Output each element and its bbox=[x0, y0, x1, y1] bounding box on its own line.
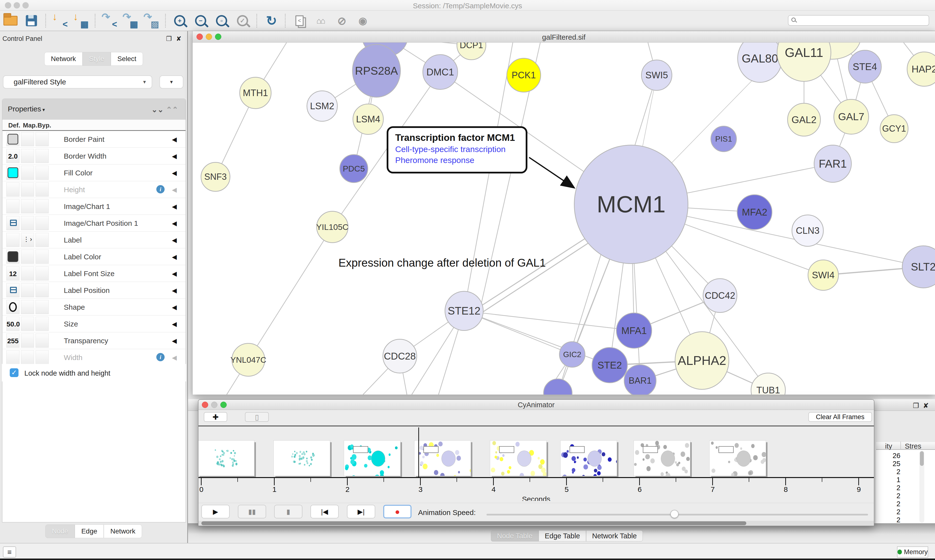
table-column-headers[interactable]: ity Stres bbox=[876, 442, 935, 450]
tab-node-table[interactable]: Node Table bbox=[491, 530, 538, 542]
panel-tab-node[interactable]: Node bbox=[45, 525, 75, 538]
table-cell[interactable]: 2 bbox=[883, 468, 900, 476]
frame-2[interactable] bbox=[273, 440, 330, 476]
network-titlebar[interactable]: galFiltered.sif bbox=[193, 31, 935, 43]
node-pck1[interactable]: PCK1 bbox=[506, 58, 541, 92]
timeline-playhead[interactable] bbox=[418, 428, 419, 477]
export-image-icon[interactable]: ↷▨ bbox=[142, 12, 160, 29]
node-far1[interactable]: FAR1 bbox=[814, 145, 852, 183]
expand-property-icon[interactable]: ◀ bbox=[172, 270, 177, 278]
save-session-icon[interactable] bbox=[22, 12, 40, 29]
next-frame-button[interactable]: ▶| bbox=[347, 505, 375, 518]
collapse-all-icon[interactable]: ⌃⌃ bbox=[166, 105, 178, 114]
property-row[interactable]: Widthi◀ bbox=[2, 349, 185, 366]
node-pis1[interactable]: PIS1 bbox=[711, 126, 737, 152]
annotation-link[interactable]: Cell-type-specific transcription bbox=[395, 145, 526, 154]
default-value[interactable]: 50.0 bbox=[6, 320, 19, 328]
zoom-fit-icon[interactable]: ▫ bbox=[213, 12, 231, 29]
node-swi4[interactable]: SWI4 bbox=[808, 260, 839, 291]
stop-button[interactable]: ▮ bbox=[274, 505, 302, 518]
expand-property-icon[interactable]: ◀ bbox=[172, 203, 177, 211]
zoom-out-icon[interactable]: − bbox=[191, 12, 210, 29]
record-button[interactable]: ● bbox=[383, 505, 412, 518]
float-panel-icon[interactable]: ❐ bbox=[166, 35, 172, 43]
search-homes-icon[interactable]: ⌂⌂ bbox=[312, 12, 329, 29]
discrete-mapping-icon[interactable]: ⋮› bbox=[23, 235, 32, 243]
property-row[interactable]: Shape◀ bbox=[2, 299, 185, 315]
clear-all-frames-button[interactable]: Clear All Frames bbox=[808, 412, 872, 422]
refresh-view-icon[interactable]: ↻ bbox=[262, 12, 280, 29]
position-icon[interactable] bbox=[10, 287, 17, 293]
play-button[interactable]: ▶ bbox=[201, 505, 230, 518]
node-pdc5[interactable]: PDC5 bbox=[339, 154, 368, 183]
node-gal7[interactable]: GAL7 bbox=[833, 99, 869, 134]
table-cell[interactable]: 2 bbox=[883, 516, 900, 524]
expand-property-icon[interactable]: ◀ bbox=[172, 237, 177, 244]
expand-property-icon[interactable]: ◀ bbox=[172, 152, 177, 160]
frame-7[interactable] bbox=[634, 440, 690, 476]
zoom-in-icon[interactable]: + bbox=[171, 12, 189, 29]
default-value-swatch[interactable] bbox=[8, 251, 18, 262]
lock-node-size-checkbox[interactable]: ✓ bbox=[10, 368, 19, 377]
tab-network[interactable]: Network bbox=[44, 52, 83, 66]
open-session-icon[interactable] bbox=[2, 12, 20, 29]
frame-4[interactable] bbox=[414, 440, 471, 476]
node-rps28a[interactable]: RPS28A bbox=[352, 44, 401, 98]
node-ynl047c[interactable]: YNL047C bbox=[231, 343, 265, 377]
ellipse-shape-icon[interactable] bbox=[9, 302, 17, 312]
previous-frame-button[interactable]: |◀ bbox=[310, 505, 339, 518]
property-row[interactable]: 255Transparency◀ bbox=[2, 332, 185, 349]
node-mfa2[interactable]: MFA2 bbox=[737, 194, 772, 230]
network-canvas[interactable]: DCP1RPS28ADMC1PCK1SWI5GAL80GAL11STE4HAP2… bbox=[193, 43, 935, 395]
table-values[interactable]: 26252122222 bbox=[876, 450, 935, 524]
table-cell[interactable]: 2 bbox=[883, 484, 900, 492]
export-table-icon[interactable]: ↷▦ bbox=[121, 12, 139, 29]
pause-button[interactable]: ▮▮ bbox=[238, 505, 266, 518]
node-gal2[interactable]: GAL2 bbox=[787, 103, 821, 137]
panel-tab-network[interactable]: Network bbox=[104, 525, 142, 538]
export-network-icon[interactable]: ↷< bbox=[100, 12, 118, 29]
node-mfa1[interactable]: MFA1 bbox=[616, 312, 652, 349]
expand-property-icon[interactable]: ◀ bbox=[172, 337, 177, 345]
node-gic2[interactable]: GIC2 bbox=[559, 341, 585, 368]
zoom-selected-icon[interactable]: ✓ bbox=[233, 12, 251, 29]
delete-frame-button[interactable]: ▯ bbox=[245, 412, 269, 422]
expand-property-icon[interactable]: ◀ bbox=[172, 304, 177, 311]
frame-1[interactable] bbox=[199, 440, 255, 476]
default-value-swatch[interactable] bbox=[8, 134, 18, 145]
node-cdc42[interactable]: CDC42 bbox=[703, 278, 737, 313]
animation-speed-thumb[interactable] bbox=[670, 510, 679, 518]
properties-header[interactable]: Properties ⌄⌄ ⌃⌃ bbox=[2, 99, 185, 120]
property-row[interactable]: Fill Color◀ bbox=[2, 165, 185, 181]
node-mth1[interactable]: MTH1 bbox=[239, 77, 272, 109]
cyanimator-timeline[interactable]: 0123456789 Seconds bbox=[199, 426, 874, 501]
node-snf3[interactable]: SNF3 bbox=[201, 162, 230, 192]
table-scrollbar[interactable] bbox=[920, 451, 924, 523]
property-row[interactable]: 2.0Border Width◀ bbox=[2, 148, 185, 165]
import-table-icon[interactable]: ↓▦ bbox=[72, 12, 90, 29]
style-options-button[interactable]: ▾ bbox=[159, 75, 184, 89]
table-cell[interactable]: 2 bbox=[883, 492, 900, 500]
close-table-icon[interactable]: ✘ bbox=[923, 402, 929, 410]
node-swi5[interactable]: SWI5 bbox=[641, 60, 672, 91]
panel-tab-edge[interactable]: Edge bbox=[75, 525, 104, 538]
tab-network-table[interactable]: Network Table bbox=[586, 530, 643, 542]
import-network-icon[interactable]: ↓< bbox=[51, 12, 69, 29]
position-icon[interactable] bbox=[10, 220, 17, 226]
task-history-button[interactable]: ≡ bbox=[3, 546, 16, 558]
property-row[interactable]: 12Label Font Size◀ bbox=[2, 265, 185, 282]
table-cell[interactable]: 2 bbox=[883, 508, 900, 516]
property-row[interactable]: Image/Chart 1◀ bbox=[2, 198, 185, 215]
close-panel-icon[interactable]: ✘ bbox=[176, 35, 181, 43]
memory-button[interactable]: Memory bbox=[897, 546, 928, 558]
node-alpha2[interactable]: ALPHA2 bbox=[675, 331, 729, 390]
property-row[interactable]: Border Paint◀ bbox=[2, 131, 185, 148]
tab-select[interactable]: Select bbox=[111, 52, 143, 66]
property-row[interactable]: Label Color◀ bbox=[2, 248, 185, 265]
show-all-icon[interactable]: ◉ bbox=[353, 12, 371, 29]
node-cdc28[interactable]: CDC28 bbox=[383, 339, 417, 374]
node-ste2[interactable]: STE2 bbox=[592, 347, 628, 383]
annotation-link[interactable]: Pheromone response bbox=[395, 155, 526, 165]
node-lsm2[interactable]: LSM2 bbox=[307, 91, 338, 122]
table-cell[interactable]: 25 bbox=[883, 460, 900, 468]
